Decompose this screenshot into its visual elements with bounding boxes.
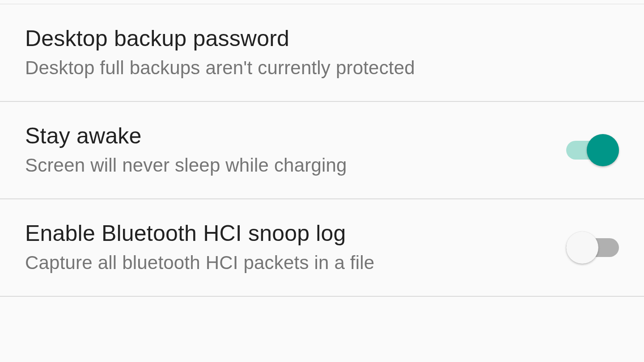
bluetooth-hci-toggle[interactable] [566,231,619,264]
setting-subtitle: Desktop full backups aren't currently pr… [25,56,601,80]
setting-bluetooth-hci-snoop-log[interactable]: Enable Bluetooth HCI snoop log Capture a… [0,198,644,297]
setting-subtitle: Screen will never sleep while charging [25,154,548,177]
toggle-thumb [587,134,619,166]
toggle-thumb [566,232,598,264]
setting-title: Stay awake [25,123,548,149]
settings-list: Desktop backup password Desktop full bac… [0,4,644,297]
setting-text: Stay awake Screen will never sleep while… [25,123,566,177]
setting-subtitle: Capture all bluetooth HCI packets in a f… [25,251,548,275]
setting-text: Desktop backup password Desktop full bac… [25,26,619,80]
setting-title: Desktop backup password [25,26,601,52]
setting-desktop-backup-password[interactable]: Desktop backup password Desktop full bac… [0,4,644,102]
setting-stay-awake[interactable]: Stay awake Screen will never sleep while… [0,101,644,199]
stay-awake-toggle[interactable] [566,134,619,167]
setting-title: Enable Bluetooth HCI snoop log [25,221,548,247]
setting-text: Enable Bluetooth HCI snoop log Capture a… [25,221,566,274]
